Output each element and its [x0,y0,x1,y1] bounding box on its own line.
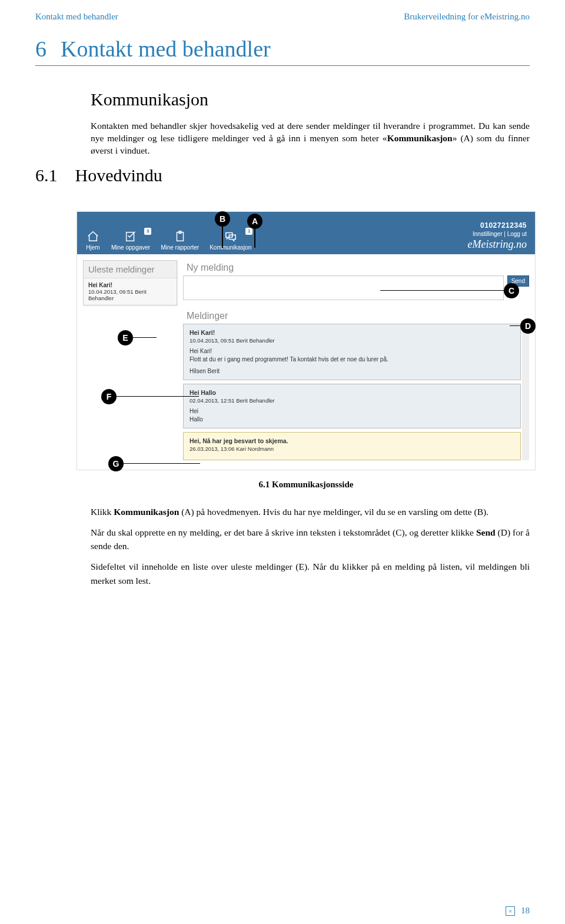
nav-hjem[interactable]: Hjem [85,230,101,251]
callout-b: B [215,211,230,227]
message-meta: 02.04.2013, 12:51 Berit Behandler [190,397,514,404]
p2-bold: Send [476,527,496,537]
header-links: Innstillinger | Logg ut [468,231,527,237]
unread-title: Uleste meldinger [84,261,177,278]
brand-e: e [468,238,473,250]
brand-logo: eMeistring.no [468,238,527,251]
figure-caption: 6.1 Kommunikasjonsside [77,480,536,490]
unread-meta: 10.04.2013, 09:51 Berit Behandler [88,288,147,301]
intro-paragraph: Kontakten med behandler skjer hovedsakel… [91,120,530,157]
badge-oppgaver: 3 [144,228,151,235]
settings-link[interactable]: Innstillinger [473,231,503,237]
app-body: Uleste meldinger Hei Kari! 10.04.2013, 0… [77,254,535,470]
callout-f: F [101,389,117,404]
page-number: 18 [521,906,530,916]
callout-g: G [108,456,124,471]
nav-kommunikasjon-label: Kommunikasjon [210,244,251,251]
meldinger-title: Meldinger [183,308,529,324]
chapter-number: 6 [35,36,46,62]
body-p2: Når du skal opprette en ny melding, er d… [91,526,530,553]
subsection-heading: 6.1 Hovedvindu [35,165,530,185]
home-icon [85,230,101,243]
message-body: Hallo [190,416,514,424]
app-screenshot: Hjem 3 Mine oppgaver Mine rapporter 1 [77,211,536,470]
p1-c: (A) på hovedmenyen. Hvis du har nye meld… [179,507,488,517]
ny-melding-title: Ny melding [183,260,529,275]
user-id: 01027212345 [468,221,527,230]
message-meta: 10.04.2013, 09:51 Berit Behandler [190,337,514,344]
unread-subject: Hei Kari! [88,282,112,288]
message-meta: 26.03.2013, 13:06 Kari Nordmann [190,445,514,453]
header-left: Kontakt med behandler [35,12,118,22]
body-text: Klikk Kommunikasjon (A) på hovedmenyen. … [91,505,530,587]
chapter-title: Kontakt med behandler [61,36,271,62]
screenshot-figure: A B C D E F G Hjem 3 Mine oppgaver [77,211,536,490]
nav-oppgaver-label: Mine oppgaver [111,244,150,251]
section-kommunikasjon: Kommunikasjon [91,89,530,109]
nav-rapporter-label: Mine rapporter [161,244,199,251]
header-right-block: 01027212345 Innstillinger | Logg ut eMei… [468,221,527,251]
message-card[interactable]: Hei Hallo 02.04.2013, 12:51 Berit Behand… [183,384,521,428]
message-subject: Hei Hallo [190,388,514,397]
message-greet: Hei Kari! [190,347,514,355]
page-footer: × 18 [506,906,530,916]
callout-a: A [247,214,262,229]
nav-oppgaver[interactable]: 3 Mine oppgaver [111,230,150,251]
checklist-icon [123,230,138,243]
subsection-title: Hovedvindu [75,165,162,185]
chapter-heading: 6 Kontakt med behandler [35,36,530,66]
body-p3: Sidefeltet vil inneholde en liste over u… [91,560,530,587]
unread-message-item[interactable]: Hei Kari! 10.04.2013, 09:51 Berit Behand… [84,278,177,305]
callout-e: E [118,330,133,345]
brand-rest: Meistring.no [473,238,527,250]
clip-icon [172,230,188,243]
meldinger-panel: Meldinger Hei Kari! 10.04.2013, 09:51 Be… [183,308,529,460]
nav-rapporter[interactable]: Mine rapporter [161,230,199,251]
message-greet: Hei [190,407,514,416]
header-right: Brukerveiledning for eMeistring.no [404,12,530,22]
nav-kommunikasjon[interactable]: 1 Kommunikasjon [210,230,251,251]
body-p1: Klikk Kommunikasjon (A) på hovedmenyen. … [91,505,530,518]
subsection-number: 6.1 [35,165,58,185]
separator: | [502,231,507,237]
callout-c: C [504,283,519,298]
message-subject: Hei, Nå har jeg besvart to skjema. [190,437,514,446]
p1-bold: Kommunikasjon [114,507,179,517]
message-body: Flott at du er i gang med programmet! Ta… [190,355,514,364]
message-sign: Hilsen Berit [190,367,514,375]
message-subject: Hei Kari! [190,328,514,337]
p2-a: Når du skal opprette en ny melding, er d… [91,527,476,537]
message-card[interactable]: Hei Kari! 10.04.2013, 09:51 Berit Behand… [183,324,521,380]
message-textarea[interactable] [183,275,504,300]
nav-hjem-label: Hjem [86,244,99,251]
chat-icon [223,230,238,243]
sidebar: Uleste meldinger Hei Kari! 10.04.2013, 0… [83,260,177,464]
badge-kommunikasjon: 1 [245,228,252,235]
compose-row: Send [183,275,529,300]
main-nav: Hjem 3 Mine oppgaver Mine rapporter 1 [85,230,251,251]
callout-d: D [520,318,536,334]
message-card-reply[interactable]: Hei, Nå har jeg besvart to skjema. 26.03… [183,432,521,460]
unread-panel: Uleste meldinger Hei Kari! 10.04.2013, 0… [83,260,177,305]
app-header: Hjem 3 Mine oppgaver Mine rapporter 1 [77,212,535,254]
logout-link[interactable]: Logg ut [507,231,527,237]
intro-bold: Kommunikasjon [387,133,453,143]
message-list: Hei Kari! 10.04.2013, 09:51 Berit Behand… [183,324,529,460]
p1-a: Klikk [91,507,114,517]
close-box-icon: × [506,906,515,916]
running-header: Kontakt med behandler Brukerveiledning f… [35,12,530,22]
